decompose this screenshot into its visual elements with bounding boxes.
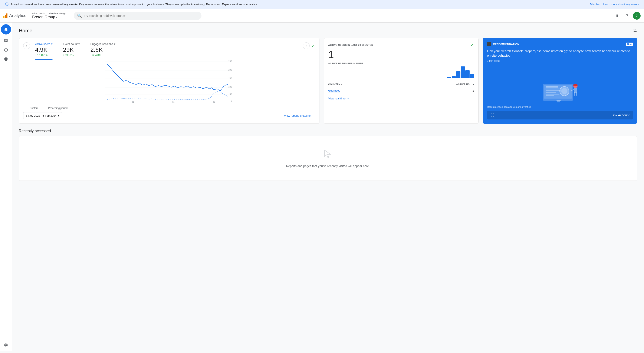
mini-bar <box>420 78 424 78</box>
search-bar[interactable]: 🔍 <box>74 12 202 20</box>
main-content: Home ‹ Active users ▾ <box>12 22 644 351</box>
metric-event-count[interactable]: Event count ▾ 29K ↑ 899.8% <box>63 42 80 57</box>
rec-illustration <box>487 66 633 104</box>
svg-rect-20 <box>546 86 558 88</box>
mini-bar <box>346 78 350 78</box>
help-icon[interactable]: ? <box>623 12 631 20</box>
realtime-check-icon: ✓ <box>470 42 474 48</box>
country-column-header[interactable]: COUNTRY ▾ <box>328 82 393 87</box>
dismiss-link[interactable]: Dismiss <box>590 3 600 6</box>
mini-bar-chart <box>328 66 474 79</box>
mini-bar <box>465 70 469 78</box>
compare-button[interactable] <box>632 28 637 33</box>
recently-accessed-section: Recently accessed Reports and pages that… <box>19 129 637 181</box>
recently-empty-text: Reports and pages that you've recently v… <box>286 164 370 168</box>
rec-illustration-svg <box>539 80 582 104</box>
page-title: Home <box>19 28 32 34</box>
cards-row: ‹ Active users ▾ 4.9K ↑ 1,146.1% Event <box>19 38 637 124</box>
search-input-wrap: 🔍 <box>74 12 202 20</box>
recently-empty-icon <box>323 149 333 161</box>
svg-rect-25 <box>546 96 554 96</box>
legend-preceding: Preceding period <box>42 107 68 110</box>
users-per-min-label: ACTIVE USERS PER MINUTE <box>328 62 474 65</box>
metric-divider-1 <box>58 42 58 57</box>
metric-active-users-change: ↑ 1,146.1% <box>35 54 52 57</box>
legend-custom: Custom <box>23 107 38 110</box>
rec-actions: ⛶ Link Account <box>487 111 633 120</box>
recently-title: Recently accessed <box>19 129 637 133</box>
avatar[interactable]: J <box>633 12 640 20</box>
sidebar-item-reports[interactable] <box>2 36 10 45</box>
svg-text:0: 0 <box>231 100 232 102</box>
metric-engaged-sessions[interactable]: Engaged sessions ▾ 2.6K ↑ 684.8% <box>90 42 115 57</box>
metric-active-users-value: 4.9K <box>35 46 52 53</box>
mini-bar <box>406 78 410 78</box>
metrics-row: ‹ Active users ▾ 4.9K ↑ 1,146.1% Event <box>23 42 315 57</box>
logo-bar-2 <box>5 15 6 18</box>
account-selector[interactable]: All accounts › islandwebdesign Breton Gr… <box>32 12 66 19</box>
chart-area: 250 200 150 100 50 0 <box>23 60 315 103</box>
svg-text:01: 01 <box>213 101 215 102</box>
link-account-button[interactable]: Link Account <box>612 113 630 117</box>
mini-bar <box>369 78 373 78</box>
svg-rect-23 <box>546 92 556 93</box>
app-name: Analytics <box>9 13 26 18</box>
svg-text:250: 250 <box>228 60 232 62</box>
view-realtime-link[interactable]: View real time → <box>328 97 474 100</box>
rec-new-badge: New <box>626 42 633 46</box>
metric-active-users[interactable]: Active users ▾ 4.9K ↑ 1,146.1% <box>35 42 52 57</box>
legend-solid-line <box>23 108 28 108</box>
chevron-down-icon: ▾ <box>114 42 116 46</box>
banner-suffix: . Key events measure the interactions mo… <box>78 3 258 6</box>
sidebar-item-home[interactable] <box>1 24 11 34</box>
sidebar-item-advertising[interactable] <box>2 55 10 64</box>
learn-more-link[interactable]: Learn more about key events <box>603 3 639 6</box>
mini-bar <box>333 78 337 78</box>
svg-text:01: 01 <box>132 101 134 102</box>
logo-bar-1 <box>4 16 4 18</box>
svg-text:01: 01 <box>172 101 174 102</box>
next-metric-button[interactable]: › <box>303 42 310 49</box>
search-input[interactable] <box>84 14 198 18</box>
sidebar <box>0 22 12 351</box>
app-layout: Home ‹ Active users ▾ <box>0 22 644 351</box>
header: Analytics All accounts › islandwebdesign… <box>0 9 644 22</box>
view-reports-link[interactable]: View reports snapshot → <box>284 114 315 117</box>
chevron-down-icon: ▾ <box>78 42 80 46</box>
realtime-card: ACTIVE USERS IN LAST 30 MINUTES ✓ 1 ACTI… <box>324 38 478 124</box>
rec-expand-button[interactable]: ⛶ <box>490 113 494 117</box>
rec-setup-time: 1 min setup <box>487 60 633 62</box>
prev-metric-button[interactable]: ‹ <box>23 42 30 49</box>
mini-bar <box>470 74 474 78</box>
realtime-count: 1 <box>328 49 474 60</box>
mini-bar <box>360 78 364 78</box>
apps-icon[interactable]: ⠿ <box>612 12 621 20</box>
metric-nav-right: › ✓ <box>303 42 315 49</box>
settings-icon[interactable] <box>2 341 10 349</box>
date-range-button[interactable]: 6 Nov 2023 - 6 Feb 2024 ▾ <box>23 112 62 119</box>
cursor-icon <box>323 149 333 159</box>
svg-text:200: 200 <box>228 69 232 71</box>
analytics-logo <box>4 14 8 18</box>
top-banner: ⓘ Analytics conversions have been rename… <box>0 0 644 9</box>
active-users-column-header[interactable]: ACTIVE US... ▾ <box>393 82 474 87</box>
explore-icon <box>4 48 8 52</box>
mini-bar <box>342 78 346 78</box>
country-link[interactable]: Guernsey <box>328 89 393 92</box>
chevron-down-icon: ▾ <box>473 83 474 86</box>
svg-rect-35 <box>556 100 561 101</box>
sidebar-item-explore[interactable] <box>2 46 10 54</box>
svg-rect-31 <box>574 92 575 96</box>
advertising-icon <box>4 57 8 61</box>
mini-bar <box>429 78 433 78</box>
chevron-down-icon: ▾ <box>58 114 60 117</box>
country-cell: Guernsey <box>328 87 393 94</box>
metric-divider-2 <box>85 42 85 57</box>
rec-header: ⬛ RECOMMENDATION New <box>487 42 633 46</box>
logo-bar-3 <box>6 14 8 18</box>
date-range-row: 6 Nov 2023 - 6 Feb 2024 ▾ View reports s… <box>23 112 315 119</box>
check-icon: ✓ <box>311 43 315 48</box>
metric-active-users-label: Active users ▾ <box>35 42 52 46</box>
svg-rect-29 <box>573 84 578 86</box>
account-name[interactable]: Breton Group ▾ <box>32 15 66 19</box>
